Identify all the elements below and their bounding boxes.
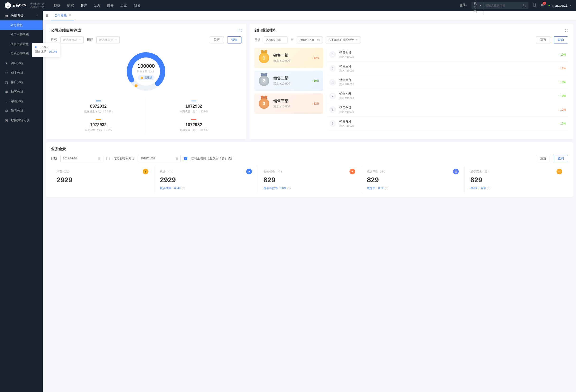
brand-name: 云朵CRM <box>12 3 27 8</box>
expand-icon[interactable]: ⛶ <box>565 29 568 32</box>
expand-icon[interactable]: ⛶ <box>239 29 241 32</box>
date-to-input[interactable]: 2018/01/08▦ <box>297 36 322 43</box>
help-icon[interactable]: ? <box>287 187 291 190</box>
notification-icon[interactable]: 5 <box>540 3 544 8</box>
podium-item-2[interactable]: 2销售二部流水 ¥10,900↑ 10% <box>254 71 323 91</box>
gauge-stat-3: 1072932超额完成（元）89.9% <box>146 116 241 135</box>
user-icon[interactable] <box>459 3 463 8</box>
calendar-icon: ▦ <box>98 157 100 160</box>
notification-badge: 5 <box>543 2 546 5</box>
close-icon[interactable]: ✕ <box>69 14 71 17</box>
sidebar-item-1[interactable]: ⊙成本分析 <box>0 68 43 77</box>
kpi-icon: ✦ <box>349 169 355 174</box>
sidebar-item-2[interactable]: ▢推广分析 <box>0 77 43 87</box>
target-select[interactable]: 请选择目标▼ <box>60 36 84 43</box>
sidebar-item-3[interactable]: ◉访客分析 <box>0 87 43 96</box>
kpi-4: 成交流水（元）▭829ARPU：¥80 ? <box>465 166 568 193</box>
phone-icon[interactable] <box>463 3 467 8</box>
query-button[interactable]: 查询 <box>554 155 568 162</box>
kpi-icon: ➤ <box>246 169 252 174</box>
status-dot <box>548 5 550 6</box>
gauge-stat-0: 8972932已完成量（元）70.9% <box>51 98 146 116</box>
svg-point-0 <box>460 3 462 5</box>
gauge-badge: 👍 已达成 <box>138 75 155 80</box>
query-button[interactable]: 查询 <box>554 36 568 43</box>
sidebar-item-0[interactable]: ▼漏斗分析 <box>0 59 43 68</box>
rank-row-7[interactable]: 7销售七部流水 ¥19020↑ 10% <box>327 89 568 103</box>
thumbs-up-icon: 👍 <box>140 76 144 79</box>
date-label: 日期 <box>51 156 57 161</box>
gauge-stat-1: 1072932未完成量（元）20.9% <box>146 98 241 116</box>
tab-company-board[interactable]: 公司看板 ✕ <box>51 11 74 20</box>
rank-row-6[interactable]: 6销售六部流水 ¥19020↑ 10% <box>327 75 568 89</box>
cash-label: 按现金消费（返点后消费）统计 <box>191 156 234 161</box>
help-icon[interactable]: ? <box>385 187 388 190</box>
date-from-input[interactable]: 2018/01/08 <box>264 36 288 43</box>
date-input[interactable]: 2018/01/08▦ <box>60 155 103 162</box>
query-button[interactable]: 查询 <box>227 36 241 43</box>
gauge-total: 100000 <box>138 63 155 69</box>
calendar-icon: ▦ <box>175 157 178 160</box>
side-icon: ▢ <box>5 81 8 84</box>
nav-item-0[interactable]: 数据 <box>54 3 60 8</box>
reset-button[interactable]: 重置 <box>210 36 224 43</box>
gauge-chart: 100000 目标总量（元） 👍 已达成 <box>125 50 167 93</box>
period-select[interactable]: 请选择周期▼ <box>96 36 120 43</box>
sidebar-group-databoard[interactable]: ▦ 数据看板 ˄ <box>0 11 43 20</box>
podium-item-1[interactable]: 1销售一部流水 ¥10,900↓ 12% <box>254 48 323 68</box>
cash-checkbox[interactable]: ✓ <box>184 157 187 160</box>
dashboard-icon: ▦ <box>5 14 8 18</box>
kpi-icon: ▤ <box>453 169 459 174</box>
kpi-icon: ▭ <box>556 169 562 174</box>
sidebar: ▦ 数据看板 ˄ 公司看板推广主管看板销售主管看板客户经理看板 ▼漏斗分析⊙成本… <box>0 11 43 392</box>
nav-item-1[interactable]: 线索 <box>67 3 74 8</box>
rank-row-5[interactable]: 5销售五部流水 ¥19020↓ 12% <box>327 61 568 75</box>
kpi-2: 有效机会（个）✦829机会有效率：80% ? <box>258 166 361 193</box>
compare-date-input[interactable]: 2018/01/08▦ <box>138 155 181 162</box>
nav-item-5[interactable]: 运营 <box>120 3 127 8</box>
gauge-stat-2: 1072932应完成量（元）8.9% <box>51 116 146 135</box>
nav-item-3[interactable]: 公海 <box>94 3 100 8</box>
side-icon: ◎ <box>5 109 8 113</box>
kpi-1: 机会（个）➤2929机会成本：¥948 ? <box>154 166 258 193</box>
kpi-3: 成交单数（单）▤829成交率：80% ? <box>361 166 465 193</box>
reset-button[interactable]: 重置 <box>536 36 550 43</box>
device-icon[interactable] <box>533 3 536 8</box>
calendar-icon: ▦ <box>317 38 320 42</box>
svg-point-1 <box>523 4 525 6</box>
main: ☰ 公司看板 ✕ 公司业绩目标达成 ⛶ 目标 请选择目标▼ 周期 <box>43 11 576 200</box>
nav-item-2[interactable]: 客户 <box>81 3 87 8</box>
search-input[interactable] <box>483 4 523 7</box>
help-icon[interactable]: ? <box>487 187 490 190</box>
top-nav: 数据线索客户公海财务运营报名 <box>54 3 459 8</box>
sidebar-item-5[interactable]: ◎销售分析 <box>0 106 43 116</box>
sidebar-item-4[interactable]: ⌕渠道分析 <box>0 96 43 106</box>
search-type-select[interactable]: 手机号码▼ <box>474 0 483 14</box>
grouping-select[interactable]: 按工单客户经理统计▼ <box>326 36 360 43</box>
rank-row-8[interactable]: 8销售八部流水 ¥19020↓ 12% <box>327 103 568 117</box>
gauge-tooltip: 1072932 所占比例:70.9% <box>32 43 60 57</box>
podium-item-3[interactable]: 3销售三部流水 ¥10,900↓ 12% <box>254 93 323 114</box>
side-icon: ▣ <box>5 119 8 122</box>
nav-item-6[interactable]: 报名 <box>134 3 140 8</box>
compare-label: 与其他时间对比 <box>113 156 135 161</box>
reset-button[interactable]: 重置 <box>536 155 550 162</box>
gauge-total-label: 目标总量（元） <box>137 70 155 73</box>
sidebar-sub-0[interactable]: 公司看板 <box>0 20 43 30</box>
sidebar-item-6[interactable]: ▣数据流转记录 <box>0 116 43 125</box>
rank-row-9[interactable]: 9销售九部流水 ¥19020↑ 10% <box>327 117 568 130</box>
side-icon: ⊙ <box>5 71 8 75</box>
search-icon[interactable] <box>523 3 526 8</box>
chevron-up-icon: ˄ <box>37 14 38 17</box>
sidebar-sub-1[interactable]: 推广主管看板 <box>0 30 43 39</box>
card-business-overview: 业务全景 日期 2018/01/08▦ 与其他时间对比 2018/01/08▦ … <box>46 142 573 197</box>
logo[interactable]: ☁ 云朵CRM 教育机构一站式服务云平台 <box>5 2 44 8</box>
nav-item-4[interactable]: 财务 <box>107 3 114 8</box>
user-menu[interactable]: manager11 ▼ <box>548 4 571 7</box>
search-box[interactable]: 手机号码▼ <box>471 2 528 9</box>
compare-checkbox[interactable] <box>106 157 110 160</box>
help-icon[interactable]: ? <box>182 187 185 190</box>
card-title: 部门业绩排行 <box>254 28 277 33</box>
tab-menu-icon[interactable]: ☰ <box>46 14 48 17</box>
rank-row-4[interactable]: 4销售四部流水 ¥19020↑ 10% <box>327 48 568 61</box>
